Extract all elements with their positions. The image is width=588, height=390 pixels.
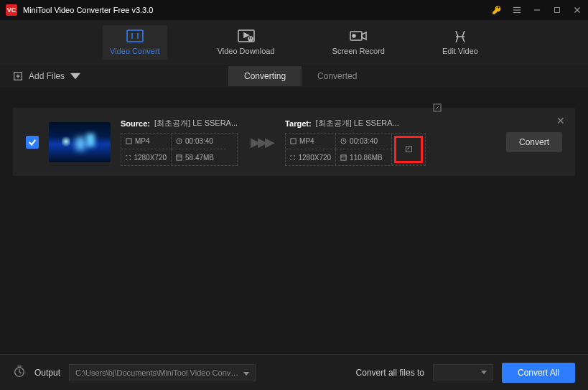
top-nav: Video Convert Video Download Screen Reco…	[0, 20, 588, 65]
remove-task-icon[interactable]: ✕	[556, 115, 565, 126]
svg-rect-27	[341, 154, 346, 159]
status-tabs: Converting Converted	[228, 66, 373, 86]
tab-edit-video[interactable]: Edit Video	[435, 25, 485, 60]
output-path-field[interactable]: C:\Users\bj\Documents\MiniTool Video Con…	[69, 364, 256, 381]
video-thumbnail[interactable]	[49, 122, 111, 162]
svg-marker-13	[362, 32, 366, 40]
task-checkbox[interactable]	[26, 136, 39, 149]
chevron-down-icon	[243, 368, 249, 377]
source-info-box: MP4 00:03:40 1280X720 58.47MB	[121, 133, 238, 166]
add-file-icon	[13, 71, 23, 81]
output-path-text: C:\Users\bj\Documents\MiniTool Video Con…	[75, 368, 239, 377]
task-card: Source: [최초공개] LE SSERA... MP4 00:03:40 …	[13, 108, 575, 176]
settings-icon	[406, 146, 412, 152]
svg-marker-9	[244, 33, 248, 37]
highlight-box	[394, 136, 423, 163]
convert-all-to-label: Convert all files to	[356, 368, 424, 378]
svg-marker-31	[243, 372, 249, 376]
download-icon	[238, 29, 255, 42]
source-resolution: 1280X720	[121, 149, 172, 165]
svg-marker-32	[481, 371, 487, 374]
tab-label: Video Convert	[110, 47, 160, 55]
menu-icon[interactable]	[512, 5, 522, 15]
convert-all-button[interactable]: Convert All	[502, 363, 575, 383]
tab-label: Edit Video	[442, 47, 478, 55]
rename-icon[interactable]	[433, 103, 442, 114]
convert-all-format-select[interactable]	[433, 364, 493, 381]
target-label: Target:	[285, 119, 311, 128]
target-filename: [최초공개] LE SSERA...	[316, 118, 399, 129]
add-files-label: Add Files	[29, 71, 65, 81]
convert-icon	[126, 29, 144, 42]
schedule-icon[interactable]	[13, 365, 26, 380]
task-list: Source: [최초공개] LE SSERA... MP4 00:03:40 …	[0, 88, 588, 196]
source-header: Source: [최초공개] LE SSERA...	[121, 118, 238, 129]
svg-point-14	[353, 34, 355, 37]
source-column: Source: [최초공개] LE SSERA... MP4 00:03:40 …	[121, 118, 238, 166]
tab-screen-record[interactable]: Screen Record	[325, 25, 392, 60]
tab-label: Screen Record	[332, 47, 385, 55]
tab-converting[interactable]: Converting	[228, 66, 302, 86]
target-column: Target: [최초공개] LE SSERA... MP4 00:03:40	[285, 118, 426, 166]
tab-video-download[interactable]: Video Download	[210, 25, 282, 60]
chevron-down-icon	[481, 371, 487, 374]
source-size: 58.47MB	[172, 149, 226, 165]
svg-rect-21	[177, 154, 182, 159]
target-format: MP4	[286, 134, 336, 149]
output-label: Output	[34, 368, 60, 378]
tab-converted[interactable]: Converted	[302, 66, 373, 86]
svg-rect-4	[555, 8, 560, 13]
svg-marker-18	[70, 73, 80, 79]
tab-label: Video Download	[218, 47, 275, 55]
footer: Output C:\Users\bj\Documents\MiniTool Vi…	[0, 354, 588, 390]
target-resolution: 1280X720	[286, 149, 336, 165]
record-icon	[350, 29, 367, 42]
svg-rect-24	[291, 139, 296, 144]
source-format: MP4	[121, 134, 172, 149]
target-info-box: MP4 00:03:40 1280X720 110.86MB	[285, 133, 426, 166]
toolbar: Add Files Converting Converted	[0, 65, 588, 88]
app-logo: VC	[6, 4, 17, 16]
target-header: Target: [최초공개] LE SSERA...	[285, 118, 426, 129]
convert-button[interactable]: Convert	[506, 132, 562, 152]
add-files-button[interactable]: Add Files	[9, 68, 85, 84]
chevron-down-icon	[70, 71, 80, 81]
tab-video-convert[interactable]: Video Convert	[103, 25, 167, 60]
arrow-icon: ▶▶▶	[248, 134, 275, 150]
titlebar: VC MiniTool Video Converter Free v3.3.0	[0, 0, 588, 20]
app-title: MiniTool Video Converter Free v3.3.0	[23, 6, 492, 14]
close-icon[interactable]	[572, 5, 582, 15]
source-label: Source:	[121, 119, 150, 128]
target-size: 110.86MB	[336, 149, 392, 165]
source-filename: [최초공개] LE SSERA...	[154, 118, 238, 129]
key-icon[interactable]	[492, 5, 502, 15]
target-settings-button[interactable]	[392, 134, 425, 165]
source-duration: 00:03:40	[172, 134, 226, 149]
edit-icon	[452, 29, 469, 42]
target-duration: 00:03:40	[336, 134, 392, 149]
maximize-icon[interactable]	[552, 5, 562, 15]
svg-rect-19	[126, 139, 131, 144]
svg-rect-7	[127, 30, 143, 42]
minimize-icon[interactable]	[532, 5, 542, 15]
